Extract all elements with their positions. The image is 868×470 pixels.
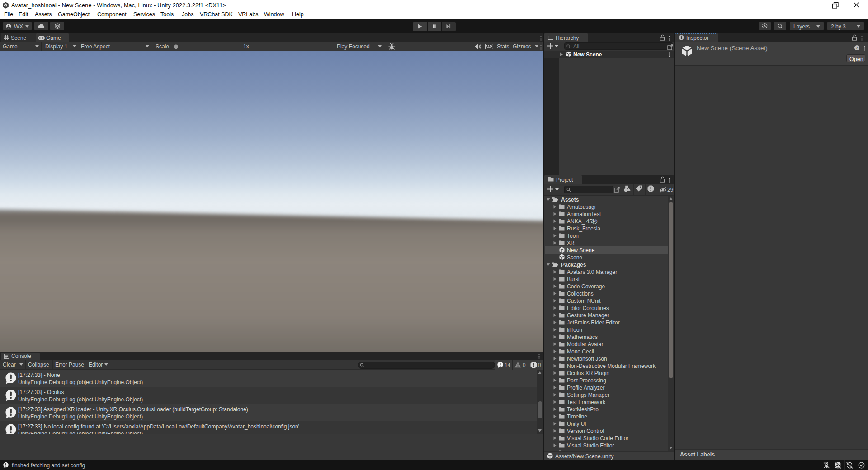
svg-text:?: ? (856, 46, 858, 50)
